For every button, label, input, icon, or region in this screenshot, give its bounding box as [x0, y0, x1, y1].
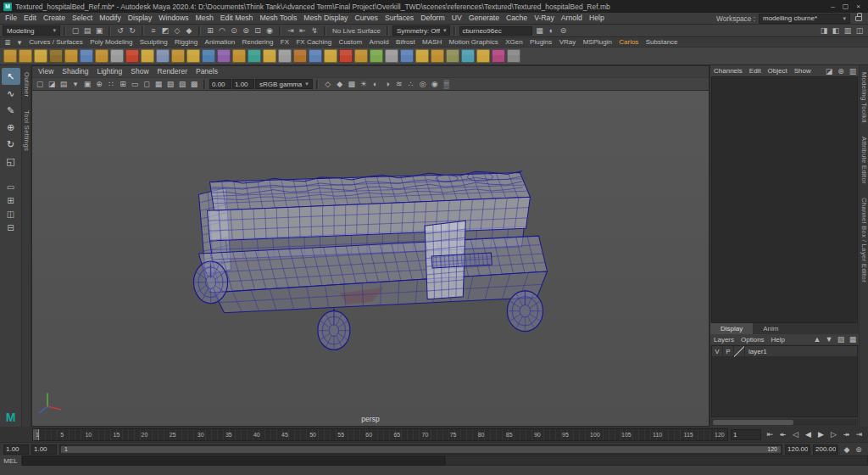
shelf-icon[interactable]	[293, 49, 307, 63]
menu-file[interactable]: File	[2, 13, 20, 24]
tab-outliner[interactable]: Outliner	[23, 72, 31, 97]
safe-action-icon[interactable]: ▨	[176, 79, 188, 90]
shaded-display-icon[interactable]: ◆	[334, 79, 346, 90]
shelf-icon[interactable]	[324, 49, 337, 63]
shelf-icon[interactable]	[110, 49, 124, 63]
new-scene-icon[interactable]: ▢	[70, 25, 81, 36]
snap-to-grid-icon[interactable]: ⊞	[204, 25, 216, 36]
viewport-3d[interactable]: persp	[32, 91, 709, 426]
layer-menu-layers[interactable]: Layers	[710, 334, 737, 345]
render-current-frame-icon[interactable]: ▦	[533, 25, 545, 36]
shelf-icon[interactable]	[278, 49, 292, 63]
playback-end-field[interactable]	[813, 444, 838, 455]
shelf-icon[interactable]	[95, 49, 108, 63]
snap-to-projected-center-icon[interactable]: ⊚	[240, 25, 252, 36]
shelf-icon[interactable]	[446, 49, 459, 63]
input-connections-icon[interactable]: ⇥	[285, 25, 297, 36]
quick-rename-field[interactable]	[459, 26, 532, 36]
save-scene-icon[interactable]: ▣	[93, 25, 105, 36]
channel-box-menu-edit[interactable]: Edit	[746, 65, 765, 76]
channel-box-menu-show[interactable]: Show	[791, 65, 815, 76]
step-forward-frame-icon[interactable]: ↠	[840, 428, 853, 440]
channel-box-menu-channels[interactable]: Channels	[710, 65, 746, 76]
depth-of-field-icon[interactable]: ◎	[417, 79, 429, 90]
shelf-tab-curves-surfaces[interactable]: Curves / Surfaces	[25, 37, 86, 48]
snap-to-point-icon[interactable]: ⊙	[228, 25, 240, 36]
construction-history-icon[interactable]: ↯	[309, 25, 320, 36]
timeline[interactable]: 1510152025303540455055606570758085909510…	[32, 428, 728, 441]
shelf-icon[interactable]	[476, 49, 490, 63]
shelf-tab-fx[interactable]: FX	[277, 37, 293, 48]
poly-plane-icon[interactable]	[80, 49, 93, 63]
undo-icon[interactable]: ↺	[114, 25, 126, 36]
menu-generate[interactable]: Generate	[465, 13, 503, 24]
attribute-editor-toggle-icon[interactable]: ◨	[818, 25, 830, 36]
shelf-tab-sculpting[interactable]: Sculpting	[136, 37, 171, 48]
command-input[interactable]	[22, 455, 445, 466]
channel-settings-icon[interactable]: ⊛	[835, 65, 847, 76]
shelf-icon[interactable]	[156, 49, 170, 63]
camera-attributes-icon[interactable]: ▤	[58, 79, 70, 90]
menu-surfaces[interactable]: Surfaces	[381, 13, 417, 24]
shelf-icon[interactable]	[263, 49, 276, 63]
shelf-icon[interactable]	[125, 49, 139, 63]
auto-keyframe-icon[interactable]: ◆	[841, 444, 853, 455]
gate-mask-icon[interactable]: ▦	[153, 79, 164, 90]
go-to-start-icon[interactable]: ⇤	[764, 428, 776, 440]
safe-title-icon[interactable]: ▩	[188, 79, 200, 90]
workspace-manager-icon[interactable]: ◫	[854, 25, 865, 36]
range-start-handle[interactable]: 1	[64, 446, 68, 452]
display-mode-icon[interactable]: ◪	[823, 65, 835, 76]
bookmarks-icon[interactable]: ▾	[70, 79, 81, 90]
channel-box-list[interactable]	[711, 76, 858, 323]
view-transform-selector[interactable]: sRGB gamma	[255, 79, 313, 89]
layer-menu-options[interactable]: Options	[737, 334, 768, 345]
move-tool-icon[interactable]: ⊕	[2, 119, 20, 136]
panel-layout-icon[interactable]: ▥	[847, 65, 859, 76]
range-end-handle[interactable]: 120	[767, 446, 777, 452]
play-backwards-icon[interactable]: ◀	[802, 428, 815, 440]
menu-mesh-tools[interactable]: Mesh Tools	[256, 13, 300, 24]
shelf-icon[interactable]	[232, 49, 246, 63]
layout-persp-outliner-icon[interactable]: ◫	[2, 207, 20, 221]
shelf-icon[interactable]	[217, 49, 231, 63]
step-back-key-icon[interactable]: ◁	[789, 428, 802, 440]
layer-name[interactable]: layer1	[745, 348, 767, 355]
redo-icon[interactable]: ↻	[126, 25, 138, 36]
shelf-icon[interactable]	[415, 49, 429, 63]
two-d-pan-zoom-icon[interactable]: ⊕	[93, 79, 105, 90]
layer-color-swatch[interactable]	[734, 346, 745, 357]
tab-display[interactable]: Display	[710, 323, 753, 334]
shelf-icon[interactable]	[354, 49, 368, 63]
textured-display-icon[interactable]: ▩	[346, 79, 358, 90]
shelf-tab-msplugin[interactable]: MSPlugin	[579, 37, 615, 48]
shelf-icon[interactable]	[492, 49, 505, 63]
shelf-tab-rigging[interactable]: Rigging	[171, 37, 202, 48]
shelf-tab-motion-graphics[interactable]: Motion Graphics	[445, 37, 502, 48]
poly-cylinder-icon[interactable]	[34, 49, 47, 63]
shelf-tab-fx-caching[interactable]: FX Caching	[292, 37, 335, 48]
shelf-icon[interactable]	[309, 49, 322, 63]
live-surface-status[interactable]: No Live Surface	[330, 27, 383, 35]
shelf-tab-vray[interactable]: VRay	[556, 37, 580, 48]
shelf-icon[interactable]	[507, 49, 520, 63]
layout-single-pane-icon[interactable]: ▭	[2, 180, 20, 193]
panel-menu-renderer[interactable]: Renderer	[153, 66, 192, 77]
oversampling-icon[interactable]: ∷	[105, 79, 117, 90]
tab-anim[interactable]: Anim	[753, 323, 788, 334]
shelf-icon[interactable]	[248, 49, 261, 63]
shelf-tab-carlos[interactable]: Carlos	[615, 37, 643, 48]
shelf-tab-animation[interactable]: Animation	[201, 37, 238, 48]
screen-space-ao-icon[interactable]: ◑	[381, 79, 393, 90]
animation-end-field[interactable]	[785, 444, 810, 455]
highlight-selection-icon[interactable]: ◆	[183, 25, 195, 36]
shelf-menu-icon[interactable]: ≣	[2, 36, 14, 48]
symmetry-selector[interactable]: Symmetry: Off	[392, 25, 450, 36]
menu-display[interactable]: Display	[125, 13, 156, 24]
x-ray-icon[interactable]: ▒	[441, 79, 453, 90]
shelf-options-icon[interactable]: ▾	[14, 36, 25, 48]
shelf-icon[interactable]	[431, 49, 444, 63]
tool-settings-toggle-icon[interactable]: ◧	[830, 25, 842, 36]
menu-mesh[interactable]: Mesh	[192, 13, 217, 24]
make-object-live-icon[interactable]: ◉	[264, 25, 275, 36]
